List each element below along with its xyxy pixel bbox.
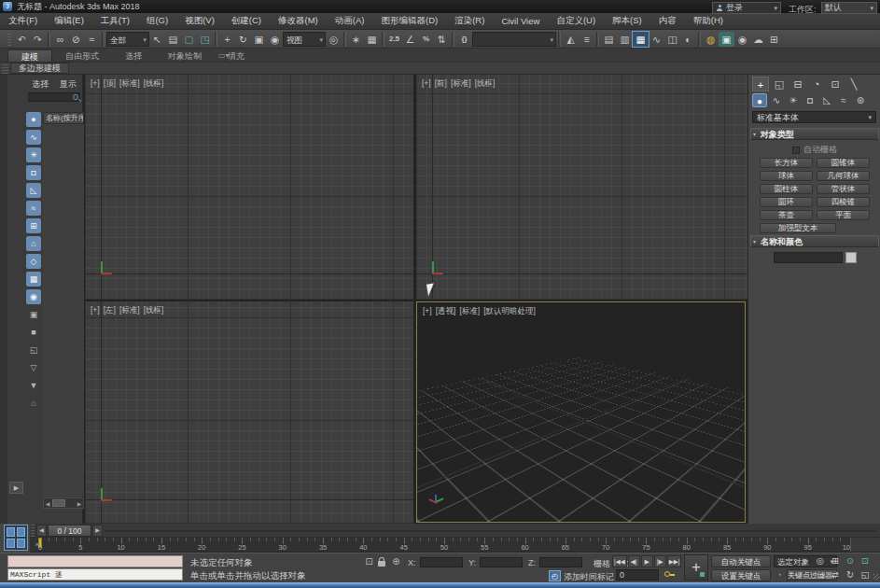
menu-item[interactable]: Civil View	[493, 14, 548, 28]
set-keys-button[interactable]: +	[684, 554, 708, 581]
systems-subtab-icon[interactable]: ⊛	[853, 93, 868, 107]
viewport-label-segment[interactable]: [+]	[423, 306, 432, 317]
helpers-subtab-icon[interactable]: ◺	[819, 93, 834, 107]
viewport-label-segment[interactable]: [顶]	[104, 78, 116, 90]
polygon-modeling-panel[interactable]: 多边形建模	[10, 63, 69, 74]
filter-xrefs-icon[interactable]: ⌂	[26, 236, 41, 251]
mirror-icon[interactable]: ◭	[563, 32, 579, 47]
time-slider-handle[interactable]: 0 / 100	[48, 525, 91, 537]
redo-icon[interactable]: ↷	[30, 32, 46, 47]
menu-item[interactable]: 帮助(H)	[685, 13, 732, 29]
scroll-right-icon[interactable]: ▶	[76, 500, 83, 507]
filter-groups-icon[interactable]: ⊞	[26, 218, 41, 233]
container-icon[interactable]: ⌂	[26, 396, 41, 411]
name-color-rollout-header[interactable]: 名称和颜色	[750, 235, 879, 247]
maxscript-listener-pink-field[interactable]	[7, 555, 183, 567]
viewport-label-segment[interactable]: [标准]	[119, 305, 140, 316]
render-production-icon[interactable]: ◉	[734, 32, 750, 47]
autogrid-checkbox[interactable]	[792, 147, 800, 154]
play-button[interactable]: ▶	[641, 555, 653, 567]
viewport-front[interactable]: [+][前][标准][线框]	[416, 75, 747, 300]
object-type-button[interactable]: 圆锥体	[817, 158, 870, 168]
explorer-search-input[interactable]	[28, 92, 80, 102]
select-object-icon[interactable]: ↖	[149, 32, 165, 47]
ribbon-overflow-icon[interactable]: ▭▾	[218, 51, 230, 60]
select-by-name-icon[interactable]: ▤	[165, 32, 181, 47]
modify-tab-icon[interactable]: ◱	[771, 77, 788, 91]
filter-cameras-icon[interactable]: ◘	[26, 165, 41, 180]
key-mode-toggle-icon[interactable]	[664, 571, 670, 577]
reference-coordinate-dropdown[interactable]: 视图	[283, 32, 326, 47]
ribbon-tab[interactable]: 对象绘制	[155, 49, 215, 62]
menu-item[interactable]: 修改器(M)	[270, 13, 327, 29]
menu-item[interactable]: 动画(A)	[327, 13, 373, 29]
object-type-button[interactable]: 长方体	[760, 158, 813, 168]
filter-containers-icon[interactable]: ▦	[26, 272, 41, 287]
toggle-ribbon-icon[interactable]: ▦	[633, 32, 649, 47]
zoom-region-icon[interactable]: ▭	[814, 568, 827, 581]
filter-selection-icon[interactable]: ◱	[26, 343, 41, 357]
filter-icon[interactable]: ▼	[26, 378, 41, 393]
toolbar-grip[interactable]	[7, 33, 11, 46]
object-type-button[interactable]: 茶壶	[760, 210, 813, 220]
menu-item[interactable]: 自定义(U)	[548, 13, 604, 29]
zoom-all-icon[interactable]: ⊞	[829, 554, 842, 567]
filter-combinations-icon[interactable]: ▽	[26, 360, 41, 375]
edit-named-selection-sets-icon[interactable]: {}	[456, 32, 472, 47]
menu-item[interactable]: 脚本(S)	[604, 13, 650, 29]
filter-bones-icon[interactable]: ◇	[26, 254, 41, 269]
select-and-scale-icon[interactable]: ▣	[251, 32, 267, 47]
display-tab-icon[interactable]: ⊡	[827, 77, 844, 91]
viewport-label-segment[interactable]: [线框]	[144, 305, 164, 316]
object-type-button[interactable]: 加强型文本	[760, 223, 836, 233]
viewport-label-segment[interactable]: [标准]	[119, 78, 140, 90]
lights-subtab-icon[interactable]: ☀	[786, 93, 801, 107]
go-to-start-button[interactable]: |◀◀	[612, 555, 627, 567]
track-bar[interactable]: ∿ 05101520253035404550556065707580859095…	[30, 538, 880, 553]
workspace-dropdown[interactable]: 默认 ▾	[821, 2, 877, 14]
select-and-rotate-icon[interactable]: ↻	[235, 32, 251, 47]
pan-icon[interactable]: ⇄	[829, 568, 842, 581]
time-slider-grip[interactable]	[31, 525, 35, 537]
cameras-subtab-icon[interactable]: ◘	[803, 93, 817, 107]
menu-item[interactable]: 渲染(R)	[446, 13, 493, 29]
filter-shapes-icon[interactable]: ∿	[26, 130, 41, 145]
hierarchy-tab-icon[interactable]: ⊟	[789, 77, 806, 91]
transform-type-in-icon[interactable]: ⊕	[390, 556, 402, 567]
keyboard-shortcut-override-icon[interactable]: ▦	[364, 32, 380, 47]
angle-snap-icon[interactable]: ∠	[402, 32, 418, 47]
explorer-list[interactable]	[43, 124, 84, 497]
rendered-frame-window-icon[interactable]: ▣	[719, 32, 734, 47]
named-selection-sets-dropdown[interactable]	[472, 32, 556, 47]
utilities-tab-icon[interactable]: ╲	[845, 77, 862, 91]
toggle-layer-explorer-icon[interactable]: ▥	[617, 32, 633, 47]
viewport-label-segment[interactable]: [默认明暗处理]	[483, 306, 536, 317]
go-to-end-button[interactable]: ▶▶|	[667, 555, 682, 567]
spinner-snap-icon[interactable]: ⇅	[434, 32, 450, 47]
filter-space-warps-icon[interactable]: ≈	[26, 201, 41, 216]
next-frame-arrow-icon[interactable]: ▶	[92, 525, 103, 537]
space-warps-subtab-icon[interactable]: ≈	[836, 93, 851, 107]
x-coordinate-field[interactable]	[420, 557, 463, 567]
select-and-move-icon[interactable]: +	[219, 32, 235, 47]
previous-frame-arrow-icon[interactable]: ◀	[36, 525, 47, 537]
rectangular-selection-region-icon[interactable]: ▢	[181, 32, 197, 47]
object-type-button[interactable]: 四棱锥	[817, 197, 870, 207]
previous-frame-button[interactable]: ◀|	[628, 555, 640, 567]
viewport-label-segment[interactable]: [前]	[435, 78, 447, 90]
zoom-extents-all-icon[interactable]: ⊡	[859, 554, 872, 567]
explorer-name-column-header[interactable]: 名称(按升序排序)	[43, 112, 84, 124]
curve-editor-icon[interactable]: ∿	[649, 32, 664, 47]
y-coordinate-field[interactable]	[480, 557, 523, 567]
current-frame-field[interactable]: 0	[616, 569, 659, 581]
primitive-category-dropdown[interactable]: 标准基本体 ▾	[752, 111, 876, 123]
snaps-toggle-icon[interactable]: 2.5	[386, 32, 402, 47]
object-type-button[interactable]: 圆柱体	[760, 184, 813, 194]
material-editor-icon[interactable]: ◐	[680, 32, 696, 47]
object-type-rollout-header[interactable]: 对象类型	[750, 128, 879, 140]
viewport-label-segment[interactable]: [标准]	[451, 78, 471, 90]
render-setup-icon[interactable]: ◍	[703, 32, 719, 47]
use-pivot-point-center-icon[interactable]: ◎	[326, 32, 342, 47]
maxscript-listener-white-field[interactable]: MAXScript 迷	[7, 568, 183, 581]
selection-filter-dropdown[interactable]: 全部	[106, 32, 149, 47]
